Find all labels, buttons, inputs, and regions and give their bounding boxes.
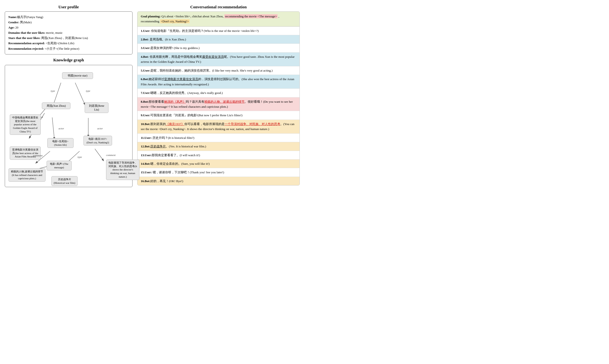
msg-1: 1.User: 你知道电影『生死劫』的主演是谁吗？(Who is the sta… (137, 27, 300, 35)
msg-15: 15.User: 嗯，谢谢你呀，下次聊吧！(Thank you! See you… (137, 168, 300, 177)
goal-orange-nanking: <Don't cry, Nanking!> (160, 19, 190, 23)
kg-box: 明星(movie star) type type 周迅(Xun Zhou) 刘若… (5, 65, 132, 187)
profile-domains: Domains that the user likes: movie, musi… (8, 30, 129, 35)
msg-13-text: 13.User:那我肯定要看看了。(I will watch it!) (141, 153, 200, 157)
msg-2-text: 2.Bot: 是周迅哦。(It is Xun Zhou.) (141, 38, 186, 41)
conv-box: Goal planning: QA about <Stolen life>, c… (137, 12, 300, 185)
edge-label-actor1: actor (59, 127, 64, 130)
msg-12: 12.Bot:历史战争片。(Yes. It is historical war … (137, 142, 300, 151)
msg-8: 8.Bot:那你要看看她演的《风声》吗？该片具有精炼的人物、波谲云诡的情节。很好… (137, 97, 300, 111)
svg-line-0 (53, 83, 61, 105)
msg-3: 3.User:是我女神演的呀! (She is my goddess.) (137, 44, 300, 52)
kg-node-stolenlife: 电影<生死劫>(Stolen life) (47, 138, 74, 148)
msg-5-text: 5.User:是呢，我特别喜欢她的，她的演技也很厉害。(I like her v… (141, 69, 273, 72)
profile-accepted: Recommendation accepted: <生死劫>(Stolen Li… (8, 41, 129, 46)
msg-6-text: 6.Bot:她还获得过亚洲电影大奖最佳女演员的，演技是得到过国际认可的。(She… (141, 77, 294, 86)
msg-10: 10.Bot:那刘若英的《南京1937》你可以看看，电影所展现的是一个导演对战争… (137, 120, 300, 134)
svg-line-9 (95, 149, 104, 161)
kg-node-refined: 精炼的人物,波谲云诡的情节(It has refined characters … (9, 168, 45, 182)
profile-rejected: Recommendation rejected: <小王子>(The littl… (8, 46, 129, 51)
kg-title: Knowledge graph (5, 58, 132, 63)
msg-12-text: 12.Bot:历史战争片。(Yes. It is historical war … (141, 144, 206, 148)
profile-stars: Stars that the user likes: 周迅(Xun Zhou)，… (8, 35, 129, 41)
msg-15-text: 15.User: 嗯，谢谢你呀，下次聊吧！(Thank you! See you… (141, 170, 224, 174)
edge-label-comment3: comment (106, 154, 116, 156)
profile-gender: Gender: 男(Male) (8, 20, 129, 25)
kg-inner: 明星(movie star) type type 周迅(Xun Zhou) 刘若… (7, 68, 130, 184)
svg-line-4 (52, 117, 54, 139)
knowledge-graph-section: Knowledge graph (5, 58, 132, 187)
kg-node-xunzhou: 周迅(Xun Zhou) (42, 103, 70, 109)
user-profile-title: User profile (5, 5, 132, 10)
kg-node-mingxing: 明星(movie star) (62, 72, 93, 79)
msg-5: 5.User:是呢，我特别喜欢她的，她的演技也很厉害。(I like her v… (137, 66, 300, 75)
kg-node-nanking: 电影<南京1937>(Don't cry, Nanking!) (83, 136, 112, 146)
kg-node-reneliu: 刘若英(Rene Liu) (85, 103, 108, 113)
conv-messages: 1.User: 你知道电影『生死劫』的主演是谁吗？(Who is the sta… (137, 27, 300, 185)
kg-node-director: 电影展现了导演对战争、对民族、对人性的思考(It shows the direc… (106, 159, 139, 180)
svg-line-1 (75, 83, 85, 105)
msg-14-text: 14.Bot:嗯，你肯定会喜欢的。(Sure, you will like it… (141, 162, 210, 166)
msg-3-text: 3.User:是我女神演的呀! (She is my goddess.) (141, 46, 199, 50)
edge-label-type1: type (51, 89, 55, 92)
msg-14: 14.Bot:嗯，你肯定会喜欢的。(Sure, you will like it… (137, 159, 300, 168)
kg-node-asian-award: 亚洲电影大奖最佳女演员(the best actress of the Asia… (10, 146, 41, 160)
msg-16: 16.Bot:好的，再见！(OK! Bye!) (137, 177, 300, 185)
user-profile-section: User profile Name:杨凡宇(Fanyu Yang) Gender… (5, 5, 132, 54)
msg-7-text: 7.User:嗯嗯，反正她真的很优秀。(Anyway, she's really… (141, 91, 223, 95)
msg-2: 2.Bot: 是周迅哦。(It is Xun Zhou.) (137, 35, 300, 44)
kg-node-warfilm: 历史战争片(Historical war film) (51, 176, 78, 186)
edge-label-comment2: comment (33, 154, 43, 157)
conv-title: Conversational recommendation (137, 5, 300, 10)
edge-label-type3: type (78, 156, 82, 158)
msg-9-text: 9.User:可我现在更喜欢『刘若英』的电影!(But now I prefer… (141, 113, 242, 117)
user-profile-box: Name:杨凡宇(Fanyu Yang) Gender: 男(Male) Age… (5, 12, 132, 54)
left-panel: User profile Name:杨凡宇(Fanyu Yang) Gender… (5, 5, 132, 187)
msg-10-text: 10.Bot:那刘若英的《南京1937》你可以看看，电影所展现的是一个导演对战争… (141, 122, 294, 131)
kg-node-china-tv: 中国电视金鹰奖最受欢迎女演员(the most popular actress … (10, 114, 41, 135)
goal-planning-label: Goal planning: (141, 14, 160, 18)
msg-11-text: 11.User: 历史片吗？(It is historical film?) (141, 136, 194, 140)
msg-16-text: 16.Bot:好的，再见！(OK! Bye!) (141, 179, 183, 183)
msg-13: 13.User:那我肯定要看看了。(I will watch it!) (137, 151, 300, 159)
profile-name: Name:杨凡宇(Fanyu Yang) (8, 14, 129, 20)
msg-8-text: 8.Bot:那你要看看她演的《风声》吗？该片具有精炼的人物、波谲云诡的情节。很好… (141, 100, 293, 108)
msg-1-text: 1.User: 你知道电影『生死劫』的主演是谁吗？(Who is the sta… (141, 29, 259, 33)
goal-pink-message: recommending the movie <The message> (224, 14, 278, 18)
goal-text-qa: QA about <Stolen life>, chitchat about X… (161, 14, 225, 18)
goal-planning: Goal planning: QA about <Stolen life>, c… (137, 12, 300, 27)
msg-4: 4.Bot: 你真有眼光啊，周迅是中国电视金鹰奖最受欢迎女演员呢。(You ha… (137, 52, 300, 66)
msg-9: 9.User:可我现在更喜欢『刘若英』的电影!(But now I prefer… (137, 111, 300, 120)
profile-age: Age: 20 (8, 25, 129, 30)
edge-label-type2: type (86, 89, 90, 92)
msg-11: 11.User: 历史片吗？(It is historical film?) (137, 134, 300, 142)
right-panel: Conversational recommendation Goal plann… (137, 5, 300, 187)
msg-7: 7.User:嗯嗯，反正她真的很优秀。(Anyway, she's really… (137, 89, 300, 97)
msg-4-text: 4.Bot: 你真有眼光啊，周迅是中国电视金鹰奖最受欢迎女演员呢。(You ha… (141, 55, 295, 64)
kg-node-message: 电影<风声>(The message) (47, 161, 72, 171)
edge-label-actor2: actor (97, 127, 103, 130)
msg-6: 6.Bot:她还获得过亚洲电影大奖最佳女演员的，演技是得到过国际认可的。(She… (137, 75, 300, 89)
